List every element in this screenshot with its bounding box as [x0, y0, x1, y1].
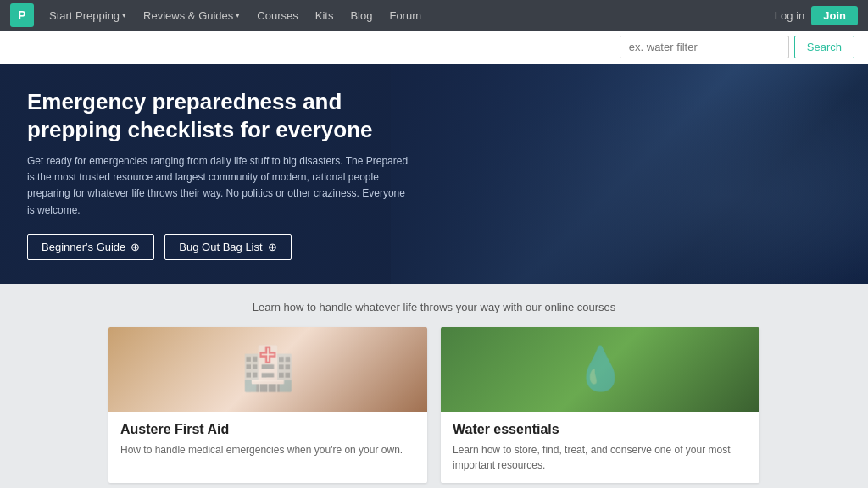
hero-title: Emergency preparedness and prepping chec… — [27, 88, 414, 143]
hero-description: Get ready for emergencies ranging from d… — [27, 153, 414, 219]
course-card-firstaid[interactable]: Austere First Aid How to handle medical … — [108, 327, 427, 483]
navbar: P Start Prepping ▾ Reviews & Guides ▾ Co… — [0, 0, 868, 30]
chevron-down-icon: ▾ — [122, 11, 126, 19]
nav-right: Log in Join — [775, 6, 858, 25]
hero-section: Emergency preparedness and prepping chec… — [0, 64, 868, 284]
nav-item-kits[interactable]: Kits — [309, 6, 341, 25]
course-desc-water: Learn how to store, find, treat, and con… — [453, 442, 748, 473]
chevron-down-icon: ▾ — [236, 11, 240, 19]
beginners-guide-button[interactable]: Beginner's Guide ⊕ — [27, 234, 154, 260]
nav-item-start-prepping[interactable]: Start Prepping ▾ — [42, 6, 133, 25]
search-input[interactable] — [620, 36, 789, 58]
course-image-firstaid — [108, 327, 427, 412]
login-link[interactable]: Log in — [775, 9, 804, 22]
bug-out-bag-button[interactable]: Bug Out Bag List ⊕ — [164, 234, 291, 260]
nav-links: Start Prepping ▾ Reviews & Guides ▾ Cour… — [42, 6, 775, 25]
search-button[interactable]: Search — [794, 36, 854, 58]
course-body-water: Water essentials Learn how to store, fin… — [441, 412, 760, 483]
course-desc-firstaid: How to handle medical emergencies when y… — [120, 442, 415, 458]
courses-grid: Austere First Aid How to handle medical … — [95, 327, 773, 483]
circle-arrow-icon: ⊕ — [268, 241, 277, 253]
hero-buttons: Beginner's Guide ⊕ Bug Out Bag List ⊕ — [27, 234, 414, 260]
course-image-water — [441, 327, 760, 412]
circle-arrow-icon: ⊕ — [131, 241, 140, 253]
course-card-water[interactable]: Water essentials Learn how to store, fin… — [441, 327, 760, 483]
course-title-firstaid: Austere First Aid — [120, 422, 415, 437]
join-button[interactable]: Join — [811, 6, 858, 25]
nav-item-forum[interactable]: Forum — [382, 6, 428, 25]
nav-item-blog[interactable]: Blog — [343, 6, 379, 25]
course-body-firstaid: Austere First Aid How to handle medical … — [108, 412, 427, 468]
site-logo[interactable]: P — [10, 3, 34, 27]
nav-item-courses[interactable]: Courses — [250, 6, 304, 25]
nav-item-reviews[interactable]: Reviews & Guides ▾ — [136, 6, 247, 25]
course-title-water: Water essentials — [453, 422, 748, 437]
search-bar: Search — [0, 30, 868, 64]
hero-content: Emergency preparedness and prepping chec… — [0, 64, 441, 284]
courses-banner: Learn how to handle whatever life throws… — [0, 296, 868, 327]
courses-section: Learn how to handle whatever life throws… — [0, 284, 868, 488]
